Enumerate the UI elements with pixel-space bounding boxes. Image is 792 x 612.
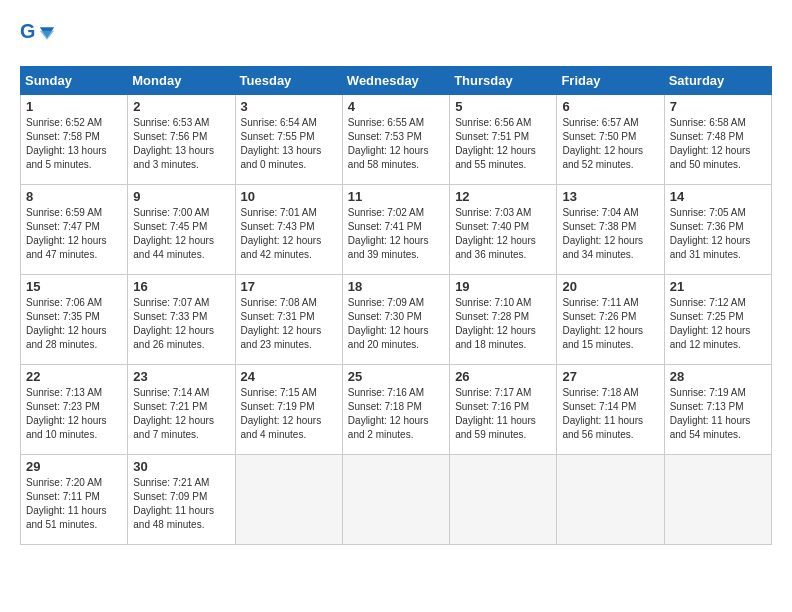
day-cell: 17Sunrise: 7:08 AM Sunset: 7:31 PM Dayli… — [235, 275, 342, 365]
day-info: Sunrise: 7:03 AM Sunset: 7:40 PM Dayligh… — [455, 206, 551, 262]
day-number: 30 — [133, 459, 229, 474]
calendar-week-row: 15Sunrise: 7:06 AM Sunset: 7:35 PM Dayli… — [21, 275, 772, 365]
logo-icon: G — [20, 20, 56, 56]
day-number: 7 — [670, 99, 766, 114]
day-cell: 4Sunrise: 6:55 AM Sunset: 7:53 PM Daylig… — [342, 95, 449, 185]
day-info: Sunrise: 7:07 AM Sunset: 7:33 PM Dayligh… — [133, 296, 229, 352]
day-cell: 8Sunrise: 6:59 AM Sunset: 7:47 PM Daylig… — [21, 185, 128, 275]
day-number: 27 — [562, 369, 658, 384]
day-number: 11 — [348, 189, 444, 204]
day-number: 3 — [241, 99, 337, 114]
day-header-monday: Monday — [128, 67, 235, 95]
day-number: 16 — [133, 279, 229, 294]
day-number: 24 — [241, 369, 337, 384]
day-cell: 16Sunrise: 7:07 AM Sunset: 7:33 PM Dayli… — [128, 275, 235, 365]
day-cell: 12Sunrise: 7:03 AM Sunset: 7:40 PM Dayli… — [450, 185, 557, 275]
day-cell: 5Sunrise: 6:56 AM Sunset: 7:51 PM Daylig… — [450, 95, 557, 185]
day-cell: 18Sunrise: 7:09 AM Sunset: 7:30 PM Dayli… — [342, 275, 449, 365]
day-info: Sunrise: 6:53 AM Sunset: 7:56 PM Dayligh… — [133, 116, 229, 172]
day-cell: 27Sunrise: 7:18 AM Sunset: 7:14 PM Dayli… — [557, 365, 664, 455]
calendar-week-row: 29Sunrise: 7:20 AM Sunset: 7:11 PM Dayli… — [21, 455, 772, 545]
day-info: Sunrise: 6:54 AM Sunset: 7:55 PM Dayligh… — [241, 116, 337, 172]
day-cell: 6Sunrise: 6:57 AM Sunset: 7:50 PM Daylig… — [557, 95, 664, 185]
day-number: 12 — [455, 189, 551, 204]
day-number: 15 — [26, 279, 122, 294]
day-info: Sunrise: 6:57 AM Sunset: 7:50 PM Dayligh… — [562, 116, 658, 172]
day-cell: 24Sunrise: 7:15 AM Sunset: 7:19 PM Dayli… — [235, 365, 342, 455]
day-number: 17 — [241, 279, 337, 294]
day-header-saturday: Saturday — [664, 67, 771, 95]
logo: G — [20, 20, 60, 56]
svg-text:G: G — [20, 20, 35, 42]
day-number: 23 — [133, 369, 229, 384]
empty-day-cell — [664, 455, 771, 545]
day-cell: 14Sunrise: 7:05 AM Sunset: 7:36 PM Dayli… — [664, 185, 771, 275]
day-info: Sunrise: 6:56 AM Sunset: 7:51 PM Dayligh… — [455, 116, 551, 172]
day-cell: 28Sunrise: 7:19 AM Sunset: 7:13 PM Dayli… — [664, 365, 771, 455]
day-info: Sunrise: 7:10 AM Sunset: 7:28 PM Dayligh… — [455, 296, 551, 352]
day-cell: 10Sunrise: 7:01 AM Sunset: 7:43 PM Dayli… — [235, 185, 342, 275]
day-cell: 11Sunrise: 7:02 AM Sunset: 7:41 PM Dayli… — [342, 185, 449, 275]
calendar-week-row: 8Sunrise: 6:59 AM Sunset: 7:47 PM Daylig… — [21, 185, 772, 275]
day-number: 9 — [133, 189, 229, 204]
day-number: 5 — [455, 99, 551, 114]
day-cell: 9Sunrise: 7:00 AM Sunset: 7:45 PM Daylig… — [128, 185, 235, 275]
page-header: G — [20, 20, 772, 56]
day-cell: 26Sunrise: 7:17 AM Sunset: 7:16 PM Dayli… — [450, 365, 557, 455]
day-cell: 13Sunrise: 7:04 AM Sunset: 7:38 PM Dayli… — [557, 185, 664, 275]
day-header-tuesday: Tuesday — [235, 67, 342, 95]
day-number: 4 — [348, 99, 444, 114]
day-info: Sunrise: 7:02 AM Sunset: 7:41 PM Dayligh… — [348, 206, 444, 262]
day-cell: 19Sunrise: 7:10 AM Sunset: 7:28 PM Dayli… — [450, 275, 557, 365]
day-cell: 15Sunrise: 7:06 AM Sunset: 7:35 PM Dayli… — [21, 275, 128, 365]
day-cell: 20Sunrise: 7:11 AM Sunset: 7:26 PM Dayli… — [557, 275, 664, 365]
day-info: Sunrise: 7:06 AM Sunset: 7:35 PM Dayligh… — [26, 296, 122, 352]
day-number: 29 — [26, 459, 122, 474]
day-info: Sunrise: 7:11 AM Sunset: 7:26 PM Dayligh… — [562, 296, 658, 352]
day-info: Sunrise: 7:00 AM Sunset: 7:45 PM Dayligh… — [133, 206, 229, 262]
day-number: 25 — [348, 369, 444, 384]
day-number: 26 — [455, 369, 551, 384]
day-info: Sunrise: 7:16 AM Sunset: 7:18 PM Dayligh… — [348, 386, 444, 442]
day-cell: 22Sunrise: 7:13 AM Sunset: 7:23 PM Dayli… — [21, 365, 128, 455]
day-info: Sunrise: 7:12 AM Sunset: 7:25 PM Dayligh… — [670, 296, 766, 352]
day-info: Sunrise: 6:55 AM Sunset: 7:53 PM Dayligh… — [348, 116, 444, 172]
empty-day-cell — [450, 455, 557, 545]
empty-day-cell — [342, 455, 449, 545]
day-cell: 1Sunrise: 6:52 AM Sunset: 7:58 PM Daylig… — [21, 95, 128, 185]
day-info: Sunrise: 7:17 AM Sunset: 7:16 PM Dayligh… — [455, 386, 551, 442]
day-number: 6 — [562, 99, 658, 114]
day-number: 22 — [26, 369, 122, 384]
day-info: Sunrise: 7:20 AM Sunset: 7:11 PM Dayligh… — [26, 476, 122, 532]
day-cell: 25Sunrise: 7:16 AM Sunset: 7:18 PM Dayli… — [342, 365, 449, 455]
day-number: 14 — [670, 189, 766, 204]
calendar-week-row: 22Sunrise: 7:13 AM Sunset: 7:23 PM Dayli… — [21, 365, 772, 455]
day-number: 28 — [670, 369, 766, 384]
day-info: Sunrise: 7:04 AM Sunset: 7:38 PM Dayligh… — [562, 206, 658, 262]
day-info: Sunrise: 7:08 AM Sunset: 7:31 PM Dayligh… — [241, 296, 337, 352]
day-header-sunday: Sunday — [21, 67, 128, 95]
day-cell: 7Sunrise: 6:58 AM Sunset: 7:48 PM Daylig… — [664, 95, 771, 185]
day-info: Sunrise: 6:59 AM Sunset: 7:47 PM Dayligh… — [26, 206, 122, 262]
calendar-week-row: 1Sunrise: 6:52 AM Sunset: 7:58 PM Daylig… — [21, 95, 772, 185]
empty-day-cell — [557, 455, 664, 545]
day-number: 20 — [562, 279, 658, 294]
day-info: Sunrise: 7:19 AM Sunset: 7:13 PM Dayligh… — [670, 386, 766, 442]
day-number: 2 — [133, 99, 229, 114]
day-number: 1 — [26, 99, 122, 114]
svg-marker-2 — [40, 31, 54, 40]
day-info: Sunrise: 7:18 AM Sunset: 7:14 PM Dayligh… — [562, 386, 658, 442]
day-cell: 2Sunrise: 6:53 AM Sunset: 7:56 PM Daylig… — [128, 95, 235, 185]
day-info: Sunrise: 7:14 AM Sunset: 7:21 PM Dayligh… — [133, 386, 229, 442]
day-info: Sunrise: 7:01 AM Sunset: 7:43 PM Dayligh… — [241, 206, 337, 262]
day-info: Sunrise: 7:05 AM Sunset: 7:36 PM Dayligh… — [670, 206, 766, 262]
day-info: Sunrise: 7:09 AM Sunset: 7:30 PM Dayligh… — [348, 296, 444, 352]
calendar-header-row: SundayMondayTuesdayWednesdayThursdayFrid… — [21, 67, 772, 95]
day-info: Sunrise: 7:15 AM Sunset: 7:19 PM Dayligh… — [241, 386, 337, 442]
empty-day-cell — [235, 455, 342, 545]
day-cell: 29Sunrise: 7:20 AM Sunset: 7:11 PM Dayli… — [21, 455, 128, 545]
day-info: Sunrise: 6:58 AM Sunset: 7:48 PM Dayligh… — [670, 116, 766, 172]
day-number: 10 — [241, 189, 337, 204]
day-cell: 21Sunrise: 7:12 AM Sunset: 7:25 PM Dayli… — [664, 275, 771, 365]
day-header-wednesday: Wednesday — [342, 67, 449, 95]
